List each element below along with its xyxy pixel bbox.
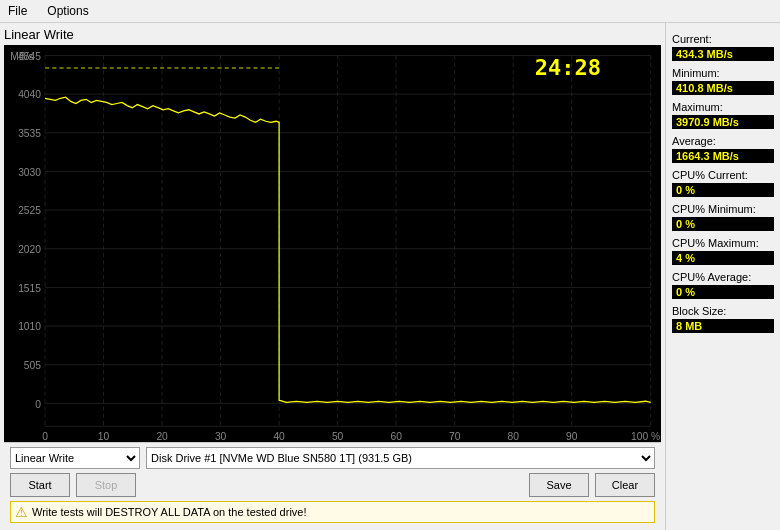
svg-text:40: 40 <box>273 431 285 442</box>
svg-text:4040: 4040 <box>18 89 41 100</box>
warning-bar: ⚠ Write tests will DESTROY ALL DATA on t… <box>10 501 655 523</box>
svg-text:3535: 3535 <box>18 128 41 139</box>
svg-text:50: 50 <box>332 431 344 442</box>
controls-row2: Start Stop Save Clear <box>10 473 655 497</box>
menu-options[interactable]: Options <box>43 2 92 20</box>
svg-text:90: 90 <box>566 431 578 442</box>
current-label: Current: <box>672 33 774 45</box>
controls-row1: Linear Write Disk Drive #1 [NVMe WD Blue… <box>10 447 655 469</box>
svg-text:3030: 3030 <box>18 167 41 178</box>
minimum-label: Minimum: <box>672 67 774 79</box>
cpu-minimum-value: 0 % <box>672 217 774 231</box>
current-value: 434.3 MB/s <box>672 47 774 61</box>
minimum-value: 410.8 MB/s <box>672 81 774 95</box>
cpu-minimum-label: CPU% Minimum: <box>672 203 774 215</box>
svg-text:100 %: 100 % <box>631 431 660 442</box>
cpu-average-label: CPU% Average: <box>672 271 774 283</box>
cpu-maximum-value: 4 % <box>672 251 774 265</box>
svg-text:10: 10 <box>98 431 110 442</box>
svg-text:2020: 2020 <box>18 244 41 255</box>
svg-text:1010: 1010 <box>18 321 41 332</box>
svg-text:1515: 1515 <box>18 282 41 293</box>
right-panel: Current: 434.3 MB/s Minimum: 410.8 MB/s … <box>665 23 780 530</box>
svg-text:20: 20 <box>156 431 168 442</box>
svg-rect-0 <box>4 45 661 442</box>
maximum-value: 3970.9 MB/s <box>672 115 774 129</box>
maximum-label: Maximum: <box>672 101 774 113</box>
block-size-label: Block Size: <box>672 305 774 317</box>
svg-text:70: 70 <box>449 431 461 442</box>
main-container: Linear Write 24:28 <box>0 23 780 530</box>
svg-text:30: 30 <box>215 431 227 442</box>
svg-text:60: 60 <box>390 431 402 442</box>
block-size-value: 8 MB <box>672 319 774 333</box>
drive-select[interactable]: Disk Drive #1 [NVMe WD Blue SN580 1T] (9… <box>146 447 655 469</box>
svg-text:80: 80 <box>507 431 519 442</box>
svg-text:505: 505 <box>24 360 41 371</box>
left-panel: Linear Write 24:28 <box>0 23 665 530</box>
bottom-controls: Linear Write Disk Drive #1 [NVMe WD Blue… <box>4 442 661 527</box>
menu-file[interactable]: File <box>4 2 31 20</box>
start-button[interactable]: Start <box>10 473 70 497</box>
chart-area: 24:28 <box>4 45 661 442</box>
timer-display: 24:28 <box>535 55 601 80</box>
cpu-maximum-label: CPU% Maximum: <box>672 237 774 249</box>
average-value: 1664.3 MB/s <box>672 149 774 163</box>
average-label: Average: <box>672 135 774 147</box>
save-button[interactable]: Save <box>529 473 589 497</box>
stop-button[interactable]: Stop <box>76 473 136 497</box>
chart-svg: 4545 4040 3535 3030 2525 2020 1515 1010 … <box>4 45 661 442</box>
cpu-average-value: 0 % <box>672 285 774 299</box>
chart-title: Linear Write <box>4 27 661 42</box>
warning-text: Write tests will DESTROY ALL DATA on the… <box>32 506 307 518</box>
cpu-current-value: 0 % <box>672 183 774 197</box>
clear-button[interactable]: Clear <box>595 473 655 497</box>
cpu-current-label: CPU% Current: <box>672 169 774 181</box>
svg-text:0: 0 <box>42 431 48 442</box>
svg-text:0: 0 <box>35 398 41 409</box>
svg-text:2525: 2525 <box>18 205 41 216</box>
svg-text:MB/s: MB/s <box>10 51 33 62</box>
test-type-select[interactable]: Linear Write <box>10 447 140 469</box>
warning-icon: ⚠ <box>15 504 28 520</box>
menubar: File Options <box>0 0 780 23</box>
